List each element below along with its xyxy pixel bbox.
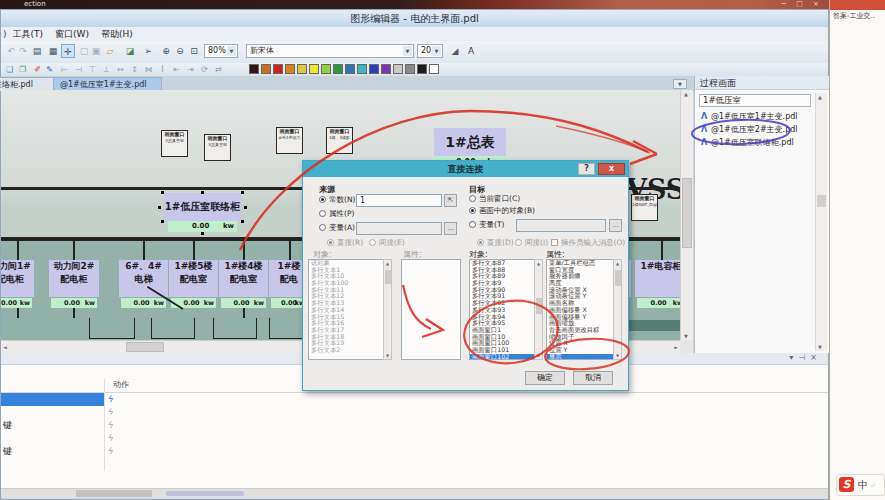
event-row[interactable]: 键 ϟ — [1, 445, 828, 458]
sogou-logo-icon[interactable]: S — [839, 477, 854, 492]
selection-handle[interactable] — [241, 220, 244, 223]
close-icon[interactable]: × — [810, 353, 822, 362]
action-bolt-icon[interactable]: ϟ — [107, 406, 113, 419]
meter-box[interactable]: 1#总表 — [434, 128, 506, 156]
process-screen-item[interactable]: Λ@1#低压室2#主变.pdl — [697, 123, 815, 136]
selection-handle[interactable] — [161, 220, 164, 223]
action-bolt-icon[interactable]: ϟ — [107, 445, 113, 458]
zoom-area-icon[interactable]: ⊡ — [187, 44, 201, 58]
picture-window-box[interactable]: 画面窗口 X总真空W — [204, 134, 231, 161]
align-right-icon[interactable]: ⊣ — [73, 64, 84, 75]
list-item[interactable]: 显示 — [547, 354, 621, 360]
palette-color-swatch[interactable] — [381, 64, 391, 74]
scroll-right-icon[interactable]: ► — [674, 344, 678, 350]
scrollbar-thumb[interactable] — [682, 178, 692, 248]
cabinet-box[interactable]: 1#电容柜 — [635, 260, 680, 297]
browse-variable-button[interactable]: … — [444, 222, 457, 235]
palette-color-swatch[interactable] — [405, 64, 415, 74]
bottom-scrollbar[interactable] — [1, 488, 828, 498]
font-size-combo[interactable]: 20▼ — [417, 44, 443, 58]
print-icon[interactable]: ▤ — [30, 44, 44, 58]
palette-color-swatch[interactable] — [429, 64, 439, 74]
target-object-radio[interactable]: 画面中的对象(B) — [469, 206, 535, 216]
list-item[interactable]: 画面窗口102 — [470, 354, 542, 360]
browse-constant-button[interactable]: ⇱ — [444, 194, 457, 207]
list-scrollbar[interactable]: ▲ ▼ — [534, 259, 543, 360]
scrollbar-thumb[interactable] — [76, 490, 152, 497]
picture-window-box[interactable]: 画面窗口 1楼SWF_Digi — [631, 194, 658, 221]
center-v-icon[interactable]: ↕ — [129, 64, 140, 75]
pen-icon[interactable]: ✐ — [32, 64, 43, 75]
library-icon[interactable]: ▣ — [89, 44, 103, 58]
selection-handle[interactable] — [241, 191, 244, 194]
process-screen-item[interactable]: Λ@1#低压室1#主变.pdl — [697, 110, 815, 123]
selection-handle[interactable] — [244, 206, 247, 209]
zoom-in-icon[interactable]: ⊕ — [159, 44, 173, 58]
picture-window-box[interactable]: 画面窗口 3楼、4楼配 — [326, 127, 353, 154]
palette-color-swatch[interactable] — [417, 64, 427, 74]
event-row[interactable]: 键 ϟ — [1, 419, 828, 432]
chevron-down-icon[interactable]: ▼ — [673, 79, 687, 89]
flip-icon[interactable]: ⇄ — [213, 64, 224, 75]
palette-color-swatch[interactable] — [261, 64, 271, 74]
align-top-icon[interactable]: ⊤ — [87, 64, 98, 75]
panel-menu-icon[interactable]: ▾ — [789, 353, 798, 362]
scroll-down-icon[interactable]: ▼ — [818, 344, 822, 350]
same-height-icon[interactable]: ⇥ — [185, 64, 196, 75]
pin-icon[interactable]: ⊣ — [798, 353, 810, 362]
source-objects-list[interactable]: 该对象多行文本1多行文本10多行文本100多行文本11多行文本12多行文本13多… — [308, 259, 392, 360]
folder-icon[interactable]: ▱ — [103, 44, 117, 58]
font-family-combo[interactable]: 新宋体▼ — [246, 44, 414, 58]
align-left-icon[interactable]: ⊢ — [59, 64, 70, 75]
tab-pdl-active[interactable]: @1#低压室1#主变.pdl — [53, 77, 162, 91]
link-cabinet-box[interactable]: 1#低压室联络柜 — [164, 193, 241, 221]
help-pointer-icon[interactable]: ➢ — [141, 44, 155, 58]
action-bolt-icon[interactable]: ϟ — [107, 419, 113, 432]
target-objects-list[interactable]: 多行文本87多行文本88多行文本89多行文本9多行文本90多行文本91多行文本9… — [469, 259, 543, 360]
source-attrs-list[interactable] — [401, 259, 461, 360]
target-variable-radio[interactable]: 变量(T) — [469, 220, 504, 230]
process-screen-item[interactable]: Λ@1#低压室联络柜.pdl — [697, 136, 815, 149]
palette-color-swatch[interactable] — [297, 64, 307, 74]
scrollbar-thumb[interactable] — [536, 298, 542, 314]
distribute-v-icon[interactable]: Ⅰ — [157, 64, 168, 75]
same-width-icon[interactable]: ⇤ — [171, 64, 182, 75]
scrollbar-thumb[interactable] — [126, 342, 164, 352]
image-icon[interactable]: ◪ — [123, 44, 137, 58]
align-bottom-icon[interactable]: ⊥ — [101, 64, 112, 75]
cabinet-box[interactable]: 动力间1# 配电柜 — [1, 260, 34, 297]
target-attrs-list[interactable]: 菜单/工具栏组态窗口宽度服务器前缀高度滚动条位置 X滚动条位置 Y画面名称画面偏… — [546, 259, 622, 360]
list-item[interactable]: 多行文本2 — [309, 347, 391, 354]
source-constant-radio[interactable]: 常数(N) — [319, 195, 355, 205]
ime-mode-indicator[interactable]: 中 — [858, 478, 868, 492]
list-scrollbar[interactable]: ▲ ▼ — [383, 259, 392, 360]
selection-handle[interactable] — [201, 232, 204, 235]
scroll-up-icon[interactable]: ▲ — [614, 261, 621, 266]
event-row[interactable]: ϟ — [1, 393, 828, 406]
cancel-button[interactable]: 取消 — [573, 371, 613, 385]
chevron-down-icon[interactable]: ▼ — [432, 46, 441, 56]
palette-color-swatch[interactable] — [249, 64, 259, 74]
scroll-left-icon[interactable]: ◄ — [3, 344, 7, 350]
picture-window-box[interactable]: 画面窗口 #受1变动力 — [276, 127, 303, 154]
target-current-window-radio[interactable]: 当前窗口(C) — [469, 194, 520, 204]
palette-color-swatch[interactable] — [369, 64, 379, 74]
ime-extra-icons[interactable]: ,: — [871, 480, 875, 487]
scrollbar-thumb[interactable] — [817, 195, 826, 207]
selection-handle[interactable] — [201, 191, 204, 194]
palette-color-swatch[interactable] — [285, 64, 295, 74]
action-bolt-icon[interactable]: ϟ — [107, 432, 113, 445]
titlebar[interactable]: 图形编辑器 - 电的主界面.pdl — [1, 10, 828, 28]
zoom-level-combo[interactable]: 80%▼ — [204, 44, 238, 58]
picture-window-box[interactable]: 画面窗口 X总真空W — [161, 130, 188, 157]
group-icon[interactable]: ❏ — [4, 64, 15, 75]
scroll-up-icon[interactable]: ▲ — [384, 261, 391, 266]
fill-color-icon[interactable]: ◢ — [448, 44, 462, 58]
zoom-out-icon[interactable]: ⊖ — [173, 44, 187, 58]
ok-button[interactable]: 确定 — [525, 371, 565, 385]
chevron-down-icon[interactable]: ▼ — [227, 46, 236, 56]
ungroup-icon[interactable]: ❐ — [17, 64, 28, 75]
source-attribute-radio[interactable]: 属性(P) — [319, 209, 354, 219]
font-color-icon[interactable]: A — [464, 44, 478, 58]
scroll-up-icon[interactable]: ▲ — [818, 94, 822, 100]
